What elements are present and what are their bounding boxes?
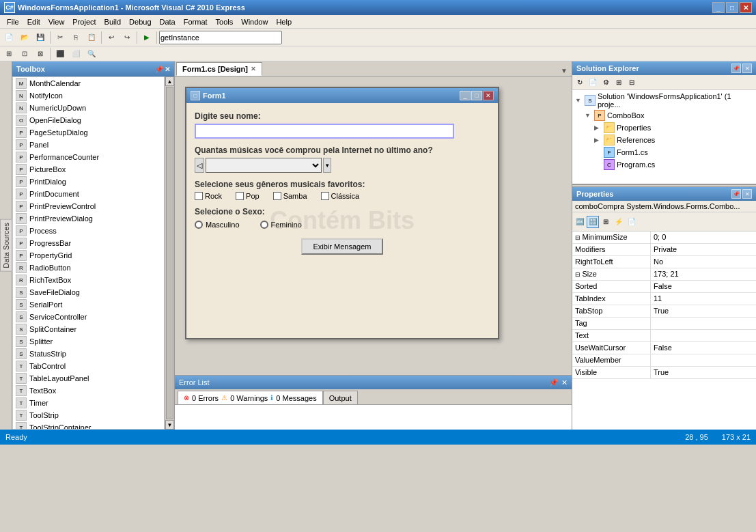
toolbox-item-openfiledialog[interactable]: OOpenFileDialog bbox=[13, 114, 164, 126]
toolbox-item-monthcalendar[interactable]: MMonthCalendar bbox=[13, 77, 164, 89]
props-sort-category-button[interactable]: 🔤 bbox=[574, 216, 586, 228]
name-input[interactable] bbox=[195, 124, 454, 139]
tb2-btn3[interactable]: ⊠ bbox=[33, 46, 48, 61]
prop-row[interactable]: UseWaitCursorFalse bbox=[572, 342, 756, 354]
prop-row[interactable]: ⊟ Size173; 21 bbox=[572, 268, 756, 281]
undo-button[interactable]: ↩ bbox=[104, 30, 119, 45]
props-close-button[interactable]: ✕ bbox=[742, 189, 752, 199]
sim-form-minimize[interactable]: _ bbox=[460, 91, 471, 100]
toolbox-item-savefiledialog[interactable]: SSaveFileDialog bbox=[13, 286, 164, 298]
menu-item-view[interactable]: View bbox=[44, 16, 69, 27]
se-solution-node[interactable]: ▼ S Solution 'WindowsFormsApplication1' … bbox=[575, 92, 753, 109]
toolbox-item-propertygrid[interactable]: PPropertyGrid bbox=[13, 249, 164, 262]
toolbox-item-process[interactable]: PProcess bbox=[13, 225, 164, 237]
prop-row[interactable]: ValueMember bbox=[572, 354, 756, 367]
paste-button[interactable]: 📋 bbox=[84, 30, 99, 45]
toolbox-item-notifyicon[interactable]: NNotifyIcon bbox=[13, 89, 164, 102]
pop-checkbox[interactable] bbox=[236, 192, 244, 200]
menu-item-help[interactable]: Help bbox=[272, 16, 296, 27]
prop-row[interactable]: Text bbox=[572, 330, 756, 342]
rock-checkbox[interactable] bbox=[195, 192, 203, 200]
menu-item-build[interactable]: Build bbox=[100, 16, 125, 27]
props-events-button[interactable]: ⚡ bbox=[613, 216, 625, 228]
se-expand-button[interactable]: ⊞ bbox=[613, 76, 625, 89]
toolbox-item-printdialog[interactable]: PPrintDialog bbox=[13, 176, 164, 188]
toolbox-item-tabcontrol[interactable]: TTabControl bbox=[13, 360, 164, 372]
save-button[interactable]: 💾 bbox=[33, 30, 48, 45]
toolbox-item-serialport[interactable]: SSerialPort bbox=[13, 298, 164, 311]
menu-item-data[interactable]: Data bbox=[156, 16, 180, 27]
tb2-btn2[interactable]: ⊡ bbox=[17, 46, 32, 61]
classica-checkbox[interactable] bbox=[321, 192, 329, 200]
tab-collapse-button[interactable]: ▼ bbox=[558, 66, 570, 76]
toolbox-item-performancecounter[interactable]: PPerformanceCounter bbox=[13, 151, 164, 163]
masculino-radio[interactable] bbox=[195, 221, 203, 229]
exibir-mensagem-button[interactable]: Exibir Mensagem bbox=[301, 238, 384, 255]
toolbox-item-statusstrip[interactable]: SStatusStrip bbox=[13, 348, 164, 360]
prop-row[interactable]: Tag bbox=[572, 318, 756, 330]
combo-left-handle[interactable]: ◁ bbox=[195, 158, 204, 173]
prop-row[interactable]: TabIndex11 bbox=[572, 293, 756, 305]
se-project-node[interactable]: ▼ P ComboBox bbox=[575, 109, 753, 122]
menu-item-file[interactable]: File bbox=[3, 16, 23, 27]
se-properties-button[interactable]: ⚙ bbox=[600, 76, 612, 89]
se-program-node[interactable]: ▶ C Program.cs bbox=[575, 158, 753, 171]
toolbox-item-numericupdown[interactable]: NNumericUpDown bbox=[13, 102, 164, 114]
se-show-files-button[interactable]: 📄 bbox=[587, 76, 599, 89]
toolbox-pin-icon[interactable]: 📌 bbox=[155, 66, 163, 73]
props-pages-button[interactable]: 📄 bbox=[626, 216, 638, 228]
sim-form-close[interactable]: ✕ bbox=[483, 91, 494, 100]
prop-row[interactable]: ⊟ MinimumSize0; 0 bbox=[572, 232, 756, 244]
menu-item-debug[interactable]: Debug bbox=[125, 16, 155, 27]
prop-row[interactable]: VisibleTrue bbox=[572, 367, 756, 379]
prop-row[interactable]: SortedFalse bbox=[572, 281, 756, 293]
prop-row[interactable]: TabStopTrue bbox=[572, 305, 756, 318]
music-combo[interactable] bbox=[206, 158, 322, 173]
open-button[interactable]: 📂 bbox=[17, 30, 32, 45]
toolbox-item-radiobutton[interactable]: RRadioButton bbox=[13, 262, 164, 274]
menu-item-window[interactable]: Window bbox=[237, 16, 272, 27]
scroll-down-button[interactable]: ▼ bbox=[165, 420, 174, 430]
se-refresh-button[interactable]: ↻ bbox=[574, 76, 586, 89]
close-button[interactable]: ✕ bbox=[740, 2, 752, 13]
se-close-button[interactable]: ✕ bbox=[742, 64, 752, 73]
se-collapse-button[interactable]: ⊟ bbox=[626, 76, 638, 89]
bottom-panel-pin-icon[interactable]: 📌 bbox=[549, 378, 559, 387]
toolbox-item-splitcontainer[interactable]: SSplitContainer bbox=[13, 323, 164, 335]
toolbox-item-richtextbox[interactable]: RRichTextBox bbox=[13, 274, 164, 286]
tb2-btn4[interactable]: ⬛ bbox=[53, 46, 68, 61]
bottom-panel-close-icon[interactable]: ✕ bbox=[561, 378, 568, 387]
prop-expand-icon[interactable]: ⊟ bbox=[575, 234, 583, 241]
sim-form-maximize[interactable]: □ bbox=[471, 91, 482, 100]
props-sort-alpha-button[interactable]: 🔡 bbox=[587, 216, 599, 228]
new-button[interactable]: 📄 bbox=[1, 30, 16, 45]
toolbox-item-toolstripcontainer[interactable]: TToolStripContainer bbox=[13, 421, 164, 430]
se-pin-button[interactable]: 📌 bbox=[731, 64, 741, 73]
toolbox-item-splitter[interactable]: SSplitter bbox=[13, 335, 164, 348]
scroll-thumb[interactable] bbox=[166, 87, 173, 419]
menu-item-tools[interactable]: Tools bbox=[212, 16, 238, 27]
menu-item-project[interactable]: Project bbox=[68, 16, 100, 27]
tab-close-button[interactable]: ✕ bbox=[251, 66, 256, 72]
scroll-up-button[interactable]: ▲ bbox=[165, 76, 174, 86]
tb2-btn1[interactable]: ⊞ bbox=[1, 46, 16, 61]
toolbox-item-timer[interactable]: TTimer bbox=[13, 397, 164, 409]
se-properties-node[interactable]: ▶ 📁 Properties bbox=[575, 122, 753, 134]
props-pin-button[interactable]: 📌 bbox=[731, 189, 741, 199]
combo-dropdown-button[interactable]: ▼ bbox=[323, 158, 331, 173]
output-tab[interactable]: Output bbox=[323, 391, 358, 404]
toolbox-close-icon[interactable]: ✕ bbox=[165, 66, 170, 73]
toolbox-item-servicecontroller[interactable]: SServiceController bbox=[13, 311, 164, 323]
toolbox-item-textbox[interactable]: TTextBox bbox=[13, 384, 164, 397]
data-sources-tab-label[interactable]: Data Sources bbox=[0, 219, 12, 272]
minimize-button[interactable]: _ bbox=[712, 2, 725, 13]
toolbox-item-printpreviewdialog[interactable]: PPrintPreviewDialog bbox=[13, 212, 164, 225]
prop-row[interactable]: ModifiersPrivate bbox=[572, 244, 756, 256]
tb2-btn6[interactable]: 🔍 bbox=[84, 46, 99, 61]
toolbox-item-progressbar[interactable]: PProgressBar bbox=[13, 237, 164, 249]
prop-expand-icon[interactable]: ⊟ bbox=[575, 271, 583, 278]
menu-item-edit[interactable]: Edit bbox=[23, 16, 44, 27]
menu-item-format[interactable]: Format bbox=[180, 16, 212, 27]
feminino-radio[interactable] bbox=[260, 221, 268, 229]
toolbox-item-toolstrip[interactable]: TToolStrip bbox=[13, 409, 164, 421]
